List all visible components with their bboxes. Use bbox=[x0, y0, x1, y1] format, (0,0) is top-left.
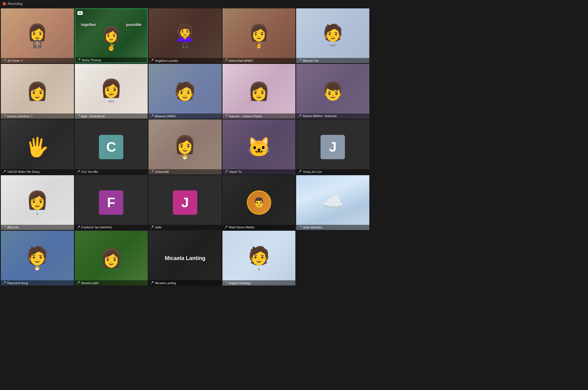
name-sasmini: Sasmini - Carbon Planter bbox=[229, 115, 262, 118]
participant-raymond: 🧑 😷 🎤 Raymond Hung bbox=[1, 231, 74, 285]
mic-icon-kahmy: 🎤 bbox=[2, 114, 6, 118]
mic-icon-bhairavi: 🎤 bbox=[150, 114, 154, 118]
name-octavira: OctaviraM bbox=[155, 170, 169, 173]
participant-amira: 👩 ✌️ 🎤 Amira Rafi (WWF) bbox=[222, 8, 296, 63]
name-jodie: Jodie Monteiro bbox=[303, 226, 322, 229]
mic-icon-yiong: 🎤 bbox=[298, 170, 302, 174]
participant-mark: 👨 🎤 Mark Devon Maitim bbox=[222, 175, 296, 230]
participant-aiya: 👩 👓 🎤 Aiya - GreenRush bbox=[75, 64, 148, 119]
name-mark: Mark Devon Maitim bbox=[229, 226, 255, 229]
participant-frederick: F 🎤 Frederick Tan (He/Him) bbox=[75, 175, 148, 230]
mic-icon-neesha: 🎤 bbox=[76, 281, 80, 285]
mic-icon-yifei: 🎤 bbox=[2, 170, 6, 174]
name-frederick: Frederick Tan (He/Him) bbox=[81, 226, 112, 229]
participant-yiong: J 🎤 Yiong Jon Lon bbox=[296, 119, 369, 174]
mic-icon-amira: 🎤 bbox=[224, 59, 228, 62]
name-angelina: Angelina Lourdes bbox=[155, 59, 178, 62]
participant-angelina: 👩‍🦱 🎧 🎤 Angelina Lourdes bbox=[148, 8, 222, 63]
mic-icon-frederick: 🎤 bbox=[76, 226, 80, 229]
participant-sasmini: 👩 🎤 Sasmini - Carbon Planter bbox=[222, 64, 296, 119]
mic-icon-mark: 🎤 bbox=[224, 226, 228, 229]
name-rayhan: Rayhan Miftahul - Indonesia bbox=[303, 115, 337, 118]
participant-octaviram: 👩 😷 🎤 OctaviraM bbox=[148, 119, 222, 174]
mic-icon-jodie: 🎤 bbox=[298, 226, 302, 229]
name-jenny: Jenny Thomas bbox=[82, 58, 101, 62]
video-grid: 👩 🎧 🎤 JH Chow ★ 🐼 together possible 👩 ✌️… bbox=[0, 8, 370, 286]
name-jiayan: Jiayan Tu bbox=[229, 170, 242, 173]
name-neesha: Neesha Sahl bbox=[81, 281, 98, 285]
mic-icon-jenny: 🎤 bbox=[77, 58, 81, 62]
participant-unicef-yifei: 🖐️ 🎤 UNICEF-Malta-Yifei Zhang bbox=[1, 119, 74, 174]
star-icon-jh-chow: ★ bbox=[21, 59, 23, 62]
mic-icon-rayhan: 🎤 bbox=[298, 114, 302, 118]
name-raymond: Raymond Hung bbox=[7, 281, 28, 285]
mic-icon-aiya: 🎤 bbox=[76, 114, 80, 118]
participant-jodie: ☁️ 🎤 Jodie Monteiro bbox=[296, 175, 369, 230]
name-amira: Amira Rafi (WWF) bbox=[229, 59, 253, 62]
name-jh-chow: JH Chow bbox=[7, 59, 20, 62]
name-micaela: Micaela Lanting bbox=[155, 281, 176, 285]
mic-icon-octavira: 🎤 bbox=[150, 170, 154, 174]
mic-icon-angelina: 🎤 bbox=[150, 59, 154, 62]
name-jade: Jade bbox=[155, 226, 161, 229]
micaela-display-name: Micaela Lanting bbox=[165, 255, 205, 261]
name-kahmy: Kahmy (she/her) bbox=[7, 115, 29, 118]
mic-icon-jiayan: 🎤 bbox=[224, 170, 228, 174]
star-kahmy: ★ bbox=[30, 114, 33, 118]
name-yiong: Yiong Jon Lon bbox=[303, 170, 322, 173]
mic-icon-sasmini: 🎤 bbox=[224, 114, 228, 118]
mic-icon-micaela: 🎤 bbox=[150, 281, 154, 285]
record-dot bbox=[3, 2, 6, 5]
mic-icon-chu: 🎤 bbox=[76, 170, 80, 174]
mic-icon-michael: 🎤 bbox=[298, 59, 302, 62]
mic-icon-angelo: 🎤 bbox=[224, 281, 228, 285]
participant-jade: J 🎤 Jade bbox=[148, 175, 222, 230]
record-label: Recording bbox=[8, 2, 22, 6]
mic-icon-raymond: 🎤 bbox=[2, 281, 6, 285]
participant-bhairavi: 🧑 🎤 Bhairavi (WWF) bbox=[148, 64, 222, 119]
name-michael: Michael Yiin bbox=[303, 59, 319, 62]
participant-michael: 🧑 👓 🎤 Michael Yiin bbox=[296, 8, 369, 63]
name-bhairavi: Bhairavi (WWF) bbox=[155, 115, 176, 118]
participant-neesha: 👩 🎤 Neesha Sahl bbox=[75, 231, 148, 285]
mic-icon-alice: 🎤 bbox=[2, 226, 6, 229]
mic-icon-jade: 🎤 bbox=[150, 226, 154, 229]
participant-rayhan: 👦 🎤 Rayhan Miftahul - Indonesia bbox=[296, 64, 369, 119]
participant-angelo: 🧑 👔 🎤 Angelo Santiago bbox=[222, 231, 296, 285]
top-bar: Recording bbox=[0, 0, 370, 8]
participant-jenny-thomas: 🐼 together possible 👩 ✌️ 🎤 Jenny Thomas bbox=[75, 8, 148, 63]
participant-jiayan: 🐱 🎤 Jiayan Tu bbox=[222, 119, 296, 174]
participant-chu-yao-min: C 🎤 Chu Yao Min bbox=[75, 119, 148, 174]
name-angelo: Angelo Santiago bbox=[229, 281, 251, 285]
participant-kahmy: 👩 🎤 Kahmy (she/her) ★ bbox=[1, 64, 74, 119]
name-chu: Chu Yao Min bbox=[81, 170, 98, 173]
participant-micaela: Micaela Lanting 🎤 Micaela Lanting bbox=[148, 231, 222, 285]
participant-jh-chow: 👩 🎧 🎤 JH Chow ★ bbox=[1, 8, 74, 63]
participant-alice-ho: 👩 👔 🎤 Alice Ho bbox=[1, 175, 74, 230]
name-yifei: UNICEF-Malta-Yifei Zhang bbox=[7, 170, 40, 173]
app-container: Recording 👩 🎧 🎤 JH Chow ★ 🐼 together pos… bbox=[0, 0, 370, 286]
name-aiya: Aiya - GreenRush bbox=[81, 115, 105, 118]
mic-icon-jh-chow: 🎤 bbox=[2, 59, 6, 62]
name-alice: Alice Ho bbox=[7, 226, 18, 229]
